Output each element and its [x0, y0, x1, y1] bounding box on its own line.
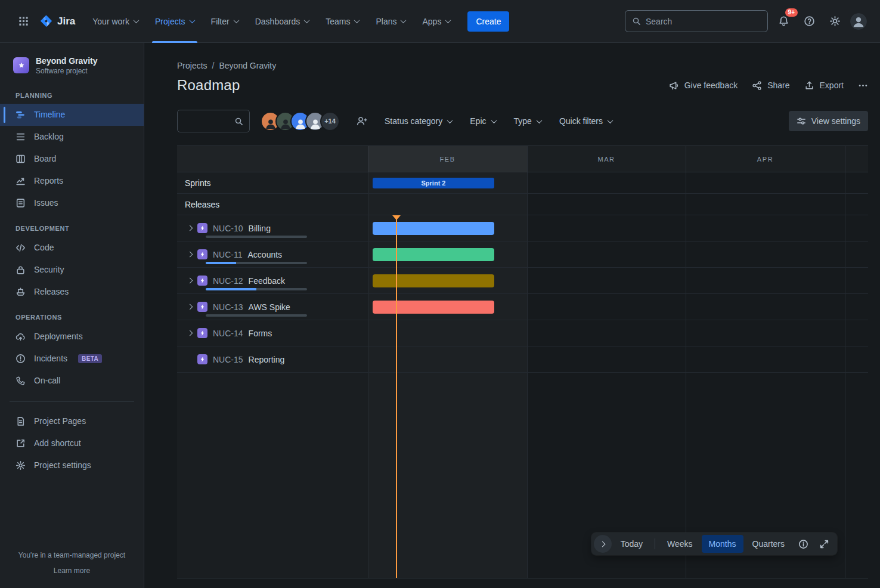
epic-progress-track	[206, 262, 307, 264]
epic-bar[interactable]	[373, 222, 494, 235]
sidebar-item-issues[interactable]: Issues	[0, 192, 144, 214]
zoom-quarters-button[interactable]: Quarters	[745, 535, 792, 553]
timeline-controls: Today Weeks Months Quarters	[591, 533, 837, 555]
avatar-overflow[interactable]: +14	[320, 112, 340, 131]
phone-icon	[16, 376, 26, 386]
create-button[interactable]: Create	[467, 11, 509, 32]
page-title: Roadmap	[177, 77, 240, 94]
section-title-planning: PLANNING	[0, 81, 144, 104]
epic-bar[interactable]	[373, 274, 494, 287]
today-button[interactable]: Today	[613, 535, 650, 553]
status-category-dropdown[interactable]: Status category	[379, 113, 457, 129]
nav-item-filter[interactable]: Filter	[203, 0, 246, 43]
project-name: Beyond Gravity	[36, 56, 97, 67]
epic-row[interactable]: NUC-12 Feedback	[177, 268, 868, 294]
lock-icon	[16, 265, 26, 275]
epic-bar[interactable]	[373, 301, 494, 314]
zoom-months-button[interactable]: Months	[702, 535, 743, 553]
chevron-down-icon	[233, 17, 239, 23]
quick-filters-dropdown[interactable]: Quick filters	[554, 113, 618, 129]
megaphone-icon	[669, 81, 679, 91]
timeline-icon	[16, 110, 26, 120]
sidebar-item-security[interactable]: Security	[0, 259, 144, 281]
sidebar-item-add-shortcut[interactable]: Add shortcut	[0, 432, 144, 454]
help-button[interactable]	[799, 11, 819, 32]
epic-row[interactable]: NUC-15 Reporting	[177, 346, 868, 373]
sidebar-item-deployments[interactable]: Deployments	[0, 326, 144, 348]
expand-button[interactable]	[183, 248, 196, 261]
nav-item-projects[interactable]: Projects	[147, 0, 202, 43]
global-search-input[interactable]	[646, 17, 761, 26]
profile-avatar[interactable]	[850, 13, 867, 30]
more-actions-button[interactable]	[858, 81, 868, 91]
global-search[interactable]	[625, 10, 768, 32]
jira-logo-icon	[39, 14, 53, 28]
settings-button[interactable]	[825, 11, 845, 32]
epic-row[interactable]: NUC-11 Accounts	[177, 242, 868, 268]
brand-name: Jira	[57, 16, 75, 27]
jira-logo[interactable]: Jira	[35, 14, 83, 28]
epic-icon	[197, 276, 207, 286]
breadcrumb-projects-link[interactable]: Projects	[177, 61, 207, 70]
nav-item-dashboards[interactable]: Dashboards	[247, 0, 317, 43]
epic-bar[interactable]	[373, 248, 494, 261]
timeline-search[interactable]	[177, 110, 250, 132]
epic-row[interactable]: NUC-13 AWS Spike	[177, 294, 868, 320]
sprint-bar[interactable]: Sprint 2	[373, 178, 494, 188]
nav-item-your-work[interactable]: Your work	[85, 0, 146, 43]
chevron-down-icon	[536, 117, 542, 123]
expand-button[interactable]	[183, 274, 196, 287]
scroll-right-button[interactable]	[594, 535, 612, 553]
gear-icon	[16, 460, 26, 471]
sidebar-item-code[interactable]: Code	[0, 237, 144, 259]
today-marker-line	[396, 215, 397, 578]
sidebar-item-timeline[interactable]: Timeline	[0, 104, 144, 126]
sidebar-item-project-pages[interactable]: Project Pages	[0, 410, 144, 432]
epic-progress-track	[206, 314, 307, 317]
zoom-weeks-button[interactable]: Weeks	[660, 535, 700, 553]
sidebar-item-reports[interactable]: Reports	[0, 170, 144, 192]
chevron-down-icon	[354, 17, 360, 23]
share-button[interactable]: Share	[752, 81, 789, 91]
epic-row[interactable]: NUC-10 Billing	[177, 215, 868, 242]
add-people-button[interactable]	[352, 111, 372, 131]
releases-row-label: Releases	[177, 200, 219, 209]
give-feedback-button[interactable]: Give feedback	[669, 81, 738, 91]
nav-item-apps[interactable]: Apps	[414, 0, 458, 43]
learn-more-link[interactable]: Learn more	[54, 567, 90, 575]
epic-dropdown[interactable]: Epic	[464, 113, 501, 129]
releases-row: Releases	[177, 194, 868, 215]
sidebar-item-releases[interactable]: Releases	[0, 281, 144, 303]
nav-item-plans[interactable]: Plans	[368, 0, 413, 43]
epic-progress-track	[206, 288, 307, 290]
breadcrumb-separator: /	[212, 61, 215, 70]
sidebar-item-backlog[interactable]: Backlog	[0, 126, 144, 148]
sidebar-item-project-settings[interactable]: Project settings	[0, 454, 144, 476]
nav-item-teams[interactable]: Teams	[318, 0, 367, 43]
epic-icon	[197, 223, 207, 233]
document-icon	[16, 416, 26, 426]
sidebar-item-incidents[interactable]: Incidents BETA	[0, 348, 144, 370]
sidebar-item-on-call[interactable]: On-call	[0, 370, 144, 392]
backlog-icon	[16, 132, 26, 142]
controls-divider	[655, 539, 655, 549]
expand-button[interactable]	[183, 301, 196, 314]
epic-row[interactable]: NUC-14 Forms	[177, 320, 868, 346]
breadcrumb-project-link[interactable]: Beyond Gravity	[219, 61, 276, 70]
sidebar-item-board[interactable]: Board	[0, 148, 144, 170]
person-add-icon	[356, 115, 368, 127]
fullscreen-button[interactable]	[814, 534, 833, 553]
view-settings-button[interactable]: View settings	[789, 111, 868, 131]
expand-button[interactable]	[183, 222, 196, 235]
sprints-row-label: Sprints	[177, 178, 211, 188]
month-header-apr: APR	[686, 146, 845, 172]
chevron-down-icon	[401, 17, 407, 23]
expand-button[interactable]	[183, 327, 196, 340]
type-dropdown[interactable]: Type	[509, 113, 547, 129]
sidebar-footer: You're in a team-managed project Learn m…	[0, 543, 144, 588]
export-button[interactable]: Export	[804, 81, 844, 91]
info-button[interactable]	[794, 534, 813, 553]
cloud-upload-icon	[16, 332, 26, 342]
timeline-search-input[interactable]	[184, 116, 231, 126]
app-switcher-button[interactable]	[13, 11, 33, 32]
